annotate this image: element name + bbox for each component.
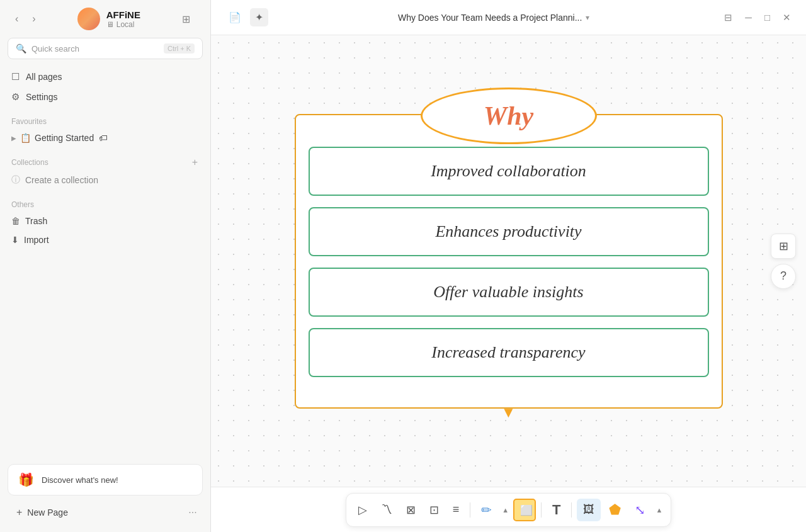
others-section: Others 🗑 Trash ⬇ Import (0, 193, 210, 252)
frame-tool-button[interactable]: ⊠ (400, 499, 421, 521)
bottom-arrow: ▼ (501, 404, 516, 421)
create-collection-label: Create a collection (25, 175, 98, 185)
toolbar-divider-2 (541, 502, 542, 518)
collections-title: Collections + (5, 152, 205, 170)
text-tool-button[interactable]: ≡ (447, 499, 465, 521)
shape-tool-button[interactable]: ⬟ (603, 497, 627, 523)
doc-tab-canvas[interactable]: ✦ (250, 8, 268, 26)
brand-avatar (77, 8, 100, 30)
settings-icon: ⚙ (11, 91, 20, 103)
hand-tool-button[interactable]: 〽 (375, 499, 398, 521)
floating-actions: ⊞ ? (771, 234, 796, 289)
main-content: 📄 ✦ Why Does Your Team Needs a Project P… (211, 0, 806, 532)
create-collection-item[interactable]: ⓘ Create a collection (5, 170, 205, 190)
why-text: Why (484, 101, 533, 131)
toolbar: ▷ 〽 ⊠ ⊡ ≡ ✏ ▲ ⬜ T 🖼 ⬟ (211, 487, 806, 532)
workspace-label: Local (116, 20, 135, 29)
search-bar[interactable]: 🔍 Quick search Ctrl + K (8, 38, 203, 59)
chevron-icon: ▶ (11, 135, 16, 142)
all-pages-label: All pages (26, 72, 62, 82)
favourites-section: Favourites ▶ 📋 Getting Started 🏷 (0, 110, 210, 150)
brand-name: AFFiNE (106, 9, 140, 20)
doc-title: Why Does Your Team Needs a Project Plann… (273, 13, 714, 23)
sidebar: ‹ › AFFiNE 🖥 Local ⊞ 🔍 Quick search Ctrl… (0, 0, 211, 532)
others-title: Others (5, 195, 205, 212)
why-oval-wrapper: Why (421, 88, 597, 144)
toolbar-center: ▷ 〽 ⊠ ⊡ ≡ ✏ ▲ ⬜ T 🖼 ⬟ (346, 493, 672, 527)
discover-card[interactable]: 🎁 Discover what's new! (8, 464, 203, 495)
collections-label: Collections (11, 158, 48, 167)
plus-icon: + (16, 507, 22, 518)
doc-title-text: Why Does Your Team Needs a Project Plann… (398, 13, 582, 23)
diagram-item-1: Enhances productivity (309, 207, 709, 256)
sidebar-nav: ☐ All pages ⚙ Settings (0, 64, 210, 110)
diagram-item-3: Increased transparency (309, 328, 709, 377)
settings-label: Settings (26, 92, 58, 102)
brand-workspace: 🖥 Local (106, 20, 140, 29)
search-shortcut: Ctrl + K (164, 43, 195, 54)
brand-info: AFFiNE 🖥 Local (106, 9, 140, 29)
nav-forward-button[interactable]: › (27, 11, 40, 27)
maximize-button[interactable]: □ (759, 9, 775, 26)
footer-row: + New Page ··· (8, 501, 203, 524)
favourites-title: Favourites (5, 112, 205, 128)
sidebar-item-trash[interactable]: 🗑 Trash (5, 212, 205, 230)
titlebar: 📄 ✦ Why Does Your Team Needs a Project P… (211, 0, 806, 35)
connector-tool-button[interactable]: ⤡ (629, 498, 651, 522)
search-placeholder: Quick search (31, 44, 159, 54)
why-oval: Why (421, 88, 597, 144)
image-tool-button[interactable]: 🖼 (577, 499, 601, 521)
crop-tool-button[interactable]: ⊡ (424, 499, 445, 521)
main-box: Improved collaboration Enhances producti… (295, 114, 723, 409)
sidebar-toggle-button[interactable]: ⊞ (177, 11, 195, 28)
pen-tool-button[interactable]: ✏ (475, 498, 497, 522)
favourites-label: Favourites (11, 117, 47, 126)
new-page-label: New Page (27, 507, 68, 518)
title-chevron-icon[interactable]: ▾ (586, 13, 589, 22)
grid-view-button[interactable]: ⊞ (771, 234, 796, 259)
diagram-item-0: Improved collaboration (309, 147, 709, 196)
diagram-item-text-1: Enhances productivity (435, 222, 581, 241)
sidebar-item-import[interactable]: ⬇ Import (5, 230, 205, 249)
close-button[interactable]: ✕ (778, 9, 796, 26)
diagram-item-text-0: Improved collaboration (431, 162, 586, 180)
canvas-area[interactable]: Why Improved collaboration Enhances prod… (211, 35, 806, 487)
add-collection-button[interactable]: + (191, 157, 199, 167)
sidebar-header: ‹ › AFFiNE 🖥 Local ⊞ (0, 0, 210, 35)
sidebar-footer: 🎁 Discover what's new! + New Page ··· (0, 456, 210, 532)
sidebar-item-all-pages[interactable]: ☐ All pages (5, 67, 205, 87)
select-tool-button[interactable]: ▷ (353, 499, 373, 521)
gift-icon: 🎁 (18, 472, 34, 487)
workspace-icon: 🖥 (106, 20, 114, 29)
connector-options-button[interactable]: ▲ (654, 504, 664, 516)
nav-back-button[interactable]: ‹ (10, 11, 23, 27)
import-label: Import (24, 235, 49, 245)
trash-icon: 🗑 (11, 216, 20, 226)
eraser-tool-button[interactable]: ⬜ (513, 499, 536, 521)
diagram-item-2: Offer valuable insights (309, 268, 709, 317)
trash-label: Trash (25, 216, 47, 226)
sidebar-item-getting-started[interactable]: ▶ 📋 Getting Started 🏷 (5, 128, 205, 147)
doc-tab-document[interactable]: 📄 (224, 8, 246, 26)
info-icon: ⓘ (11, 174, 20, 186)
import-icon: ⬇ (11, 235, 19, 245)
sidebar-item-settings[interactable]: ⚙ Settings (5, 87, 205, 107)
discover-label: Discover what's new! (42, 475, 118, 485)
minimize-button[interactable]: ─ (740, 9, 757, 26)
getting-started-icon: 📋 (20, 133, 31, 143)
pages-icon: ☐ (11, 71, 20, 82)
collections-section: Collections + ⓘ Create a collection (0, 150, 210, 193)
pen-options-button[interactable]: ▲ (500, 504, 511, 516)
diagram-item-text-2: Offer valuable insights (433, 283, 583, 301)
diagram-item-text-3: Increased transparency (431, 343, 585, 361)
split-view-button[interactable]: ⊟ (719, 9, 737, 26)
search-icon: 🔍 (16, 43, 26, 54)
more-options-button[interactable]: ··· (183, 502, 203, 523)
diagram-container: Why Improved collaboration Enhances prod… (295, 114, 723, 409)
help-button[interactable]: ? (771, 264, 796, 289)
new-page-button[interactable]: + New Page (8, 501, 183, 524)
text-insert-button[interactable]: T (547, 497, 566, 523)
sidebar-nav-buttons: ‹ › (10, 11, 41, 27)
doc-tabs: 📄 ✦ (224, 8, 268, 26)
getting-started-label: Getting Started (35, 133, 94, 143)
